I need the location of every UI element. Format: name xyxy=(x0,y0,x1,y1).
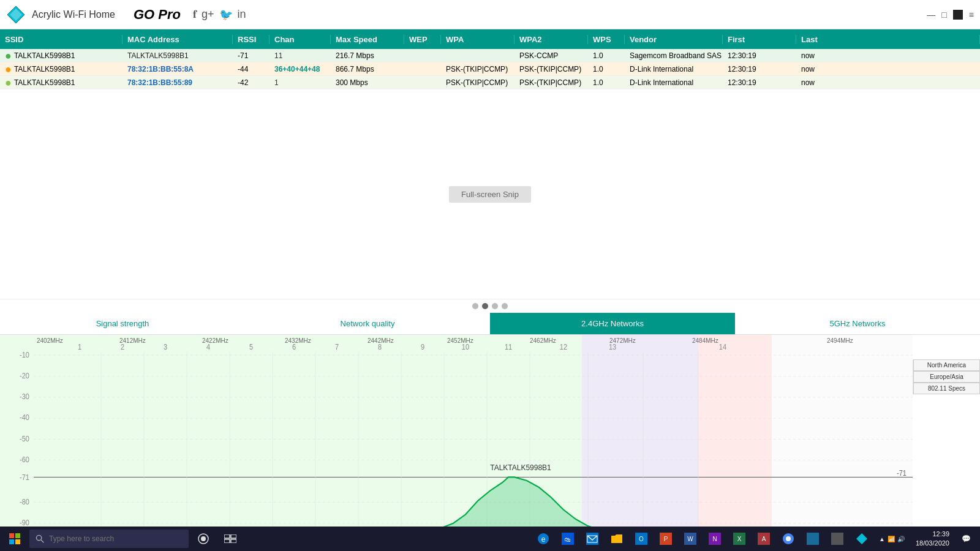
cortana-icon xyxy=(197,533,209,545)
tray-volume[interactable]: 🔊 xyxy=(897,536,905,542)
svg-text:2472MHz: 2472MHz xyxy=(609,337,636,345)
dot-3[interactable] xyxy=(492,303,498,309)
first-cell: 12:30:19 xyxy=(723,78,796,87)
clock-time: 12:39 xyxy=(916,530,949,539)
svg-point-82 xyxy=(201,536,206,541)
taskbar-excel-icon[interactable]: X xyxy=(728,527,750,551)
svg-text:-50: -50 xyxy=(20,434,29,443)
svg-text:e: e xyxy=(541,535,546,544)
svg-text:2442MHz: 2442MHz xyxy=(368,337,394,345)
svg-rect-84 xyxy=(231,534,236,538)
taskbar: e 🛍 O P W N X A xyxy=(0,527,980,551)
viz-area: Signal strength Network quality 2.4GHz N… xyxy=(0,299,980,531)
taskbar-outlook-icon[interactable]: O xyxy=(630,527,652,551)
chart-main: -10 -20 -30 -40 -50 -60 -71 -80 -90 -71 … xyxy=(0,335,980,531)
dot-4[interactable] xyxy=(502,303,508,309)
table-row[interactable]: ● TALKTALK5998B1TALKTALK5998B1-7111216.7… xyxy=(0,49,980,62)
mac-cell: TALKTALK5998B1 xyxy=(123,51,233,60)
clock-date: 18/03/2020 xyxy=(916,539,949,548)
svg-rect-5 xyxy=(772,335,913,531)
titlebar: Acrylic Wi-Fi Home GO Pro 𝐟 g+ 🐦 in ― □ … xyxy=(0,0,980,29)
restore-button[interactable]: □ xyxy=(941,10,946,20)
tray-chevron[interactable]: ▲ xyxy=(879,536,885,542)
tray-network[interactable]: 📶 xyxy=(888,536,895,542)
tab-signal-strength[interactable]: Signal strength xyxy=(0,313,245,334)
svg-text:11: 11 xyxy=(505,343,512,351)
search-input[interactable] xyxy=(49,534,172,543)
vendor-cell: D-Link International xyxy=(625,78,723,87)
tab-bar: Signal strength Network quality 2.4GHz N… xyxy=(0,313,980,335)
start-button[interactable] xyxy=(2,527,27,551)
dot-1[interactable] xyxy=(472,303,478,309)
col-mac: MAC Address xyxy=(123,35,233,44)
svg-text:-40: -40 xyxy=(20,413,29,422)
time-display[interactable]: 12:39 18/03/2020 xyxy=(911,530,954,549)
taskbar-settings-icon[interactable] xyxy=(802,527,824,551)
ssid-cell: ● TALKTALK5998B1 xyxy=(0,50,123,61)
svg-point-106 xyxy=(786,536,791,541)
first-cell: 12:30:19 xyxy=(723,51,796,60)
taskbar-mail-icon[interactable] xyxy=(581,527,603,551)
svg-rect-91 xyxy=(586,533,598,545)
first-cell: 12:30:19 xyxy=(723,65,796,73)
app-title: Acrylic Wi-Fi Home xyxy=(32,9,115,20)
svg-text:O: O xyxy=(639,536,644,542)
svg-text:-90: -90 xyxy=(20,518,29,527)
legend-north-america[interactable]: North America xyxy=(913,359,980,371)
cortana-button[interactable] xyxy=(191,527,216,551)
task-view-icon xyxy=(224,534,236,543)
svg-rect-3 xyxy=(582,335,698,531)
taskbar-store-icon[interactable]: 🛍 xyxy=(557,527,579,551)
col-wpa2: WPA2 xyxy=(514,35,588,44)
svg-text:TALKTALK5998B1: TALKTALK5998B1 xyxy=(490,463,551,473)
wpa-cell: PSK-(TKIP|CCMP) xyxy=(441,78,514,87)
taskbar-folder-icon[interactable] xyxy=(606,527,628,551)
tab-5ghz[interactable]: 5GHz Networks xyxy=(735,313,980,334)
stop-button[interactable] xyxy=(953,10,963,20)
minimize-button[interactable]: ― xyxy=(927,10,935,20)
svg-rect-107 xyxy=(807,533,819,545)
svg-text:2432MHz: 2432MHz xyxy=(285,337,311,345)
tab-network-quality[interactable]: Network quality xyxy=(245,313,490,334)
taskbar-powerpoint-icon[interactable]: P xyxy=(655,527,677,551)
chan-cell: 1 xyxy=(270,78,331,87)
facebook-icon[interactable]: 𝐟 xyxy=(193,8,197,21)
wps-cell: 1.0 xyxy=(588,65,625,73)
svg-text:P: P xyxy=(664,536,668,542)
svg-rect-78 xyxy=(15,539,20,544)
legend-europe-asia[interactable]: Europe/Asia xyxy=(913,371,980,383)
menu-button[interactable]: ≡ xyxy=(969,10,974,20)
col-chan: Chan xyxy=(270,35,331,44)
notification-button[interactable]: 💬 xyxy=(957,527,975,551)
googleplus-icon[interactable]: g+ xyxy=(202,8,214,21)
legend-80211-specs[interactable]: 802.11 Specs xyxy=(913,383,980,394)
dot-2[interactable] xyxy=(482,303,488,309)
col-vendor: Vendor xyxy=(625,35,723,44)
last-cell: now xyxy=(796,78,980,87)
col-last: Last xyxy=(796,35,980,44)
task-view-button[interactable] xyxy=(218,527,243,551)
col-ssid: SSID xyxy=(0,35,123,44)
col-first: First xyxy=(723,35,796,44)
taskbar-app1-icon[interactable] xyxy=(826,527,848,551)
taskbar-chrome-icon[interactable] xyxy=(777,527,799,551)
taskbar-onenote-icon[interactable]: N xyxy=(704,527,726,551)
twitter-icon[interactable]: 🐦 xyxy=(219,8,233,21)
search-bar xyxy=(29,530,189,548)
col-wep: WEP xyxy=(404,35,441,44)
fullscreen-snip-button[interactable]: Full-screen Snip xyxy=(449,186,531,203)
table-row[interactable]: ● TALKTALK5998B178:32:1B:BB:55:89-421300… xyxy=(0,76,980,89)
table-row[interactable]: ● TALKTALK5998B178:32:1B:BB:55:8A-4436+4… xyxy=(0,62,980,76)
svg-text:-10: -10 xyxy=(20,350,29,359)
svg-text:-71: -71 xyxy=(20,473,29,481)
taskbar-edge-icon[interactable]: e xyxy=(532,527,554,551)
wpa2-cell: PSK-CCMP xyxy=(514,51,588,60)
linkedin-icon[interactable]: in xyxy=(238,8,246,21)
last-cell: now xyxy=(796,51,980,60)
rssi-cell: -42 xyxy=(233,78,270,87)
tab-24ghz[interactable]: 2.4GHz Networks xyxy=(490,313,735,334)
taskbar-word-icon[interactable]: W xyxy=(679,527,701,551)
svg-text:X: X xyxy=(737,536,742,542)
taskbar-access-icon[interactable]: A xyxy=(753,527,775,551)
taskbar-acrylic-icon[interactable] xyxy=(851,527,873,551)
